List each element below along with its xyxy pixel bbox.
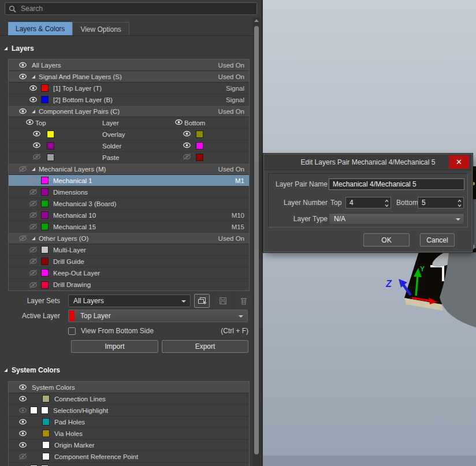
color-swatch[interactable]	[41, 246, 49, 253]
visibility-toggle[interactable]	[28, 223, 38, 230]
visibility-toggle[interactable]	[28, 247, 38, 253]
color-swatch[interactable]	[42, 430, 50, 437]
layer-row[interactable]: [2] Bottom Layer (B)Signal	[9, 94, 249, 106]
color-swatch[interactable]	[41, 407, 49, 414]
view-from-bottom-checkbox[interactable]	[68, 327, 76, 335]
layer-row[interactable]: Component Reference Point	[9, 451, 249, 463]
bottom-layer-number-stepper[interactable]: 5	[418, 197, 464, 208]
visibility-toggle[interactable]	[174, 119, 183, 125]
layer-pair-row[interactable]: Solder	[9, 140, 249, 152]
visibility-toggle[interactable]	[18, 407, 27, 413]
color-swatch[interactable]	[41, 200, 49, 207]
import-button[interactable]: Import	[71, 340, 158, 353]
visibility-toggle[interactable]	[28, 258, 38, 264]
layer-category-row[interactable]: System Colors	[9, 382, 249, 393]
tab-view-options[interactable]: View Options	[72, 22, 129, 36]
save-layer-set-button[interactable]	[215, 294, 230, 308]
layer-row[interactable]: [1] Top Layer (T)Signal	[9, 83, 249, 94]
color-swatch[interactable]	[47, 142, 54, 150]
visibility-toggle[interactable]	[18, 396, 27, 402]
visibility-toggle[interactable]	[18, 166, 27, 172]
color-swatch[interactable]	[41, 177, 49, 184]
layer-row[interactable]: Selection/Highlight	[9, 405, 249, 416]
layer-row[interactable]: Keep-Out Layer	[9, 267, 249, 279]
layer-sets-dropdown[interactable]: All Layers	[68, 294, 191, 307]
layer-group-row[interactable]: Signal And Plane Layers (S)Used On	[9, 71, 249, 83]
layer-row[interactable]: Mechanical 15M15	[9, 221, 249, 233]
visibility-toggle[interactable]	[28, 282, 38, 288]
visibility-toggle[interactable]	[28, 85, 38, 91]
dialog-title-bar[interactable]: Edit Layers Pair Mechanical 4/Mechanical…	[264, 154, 472, 170]
visibility-toggle[interactable]	[18, 108, 27, 114]
layer-row[interactable]: Mechanical 3 (Board)	[9, 198, 249, 210]
color-swatch[interactable]	[41, 211, 49, 219]
color-swatch[interactable]	[30, 407, 38, 414]
color-swatch[interactable]	[47, 131, 54, 138]
visibility-toggle[interactable]	[32, 131, 41, 137]
color-swatch[interactable]	[47, 154, 54, 161]
layer-row[interactable]: Via Holes	[9, 428, 249, 439]
pair-header-row[interactable]: TopLayerBottom	[9, 117, 249, 129]
visibility-toggle[interactable]	[32, 154, 41, 160]
visibility-toggle[interactable]	[18, 419, 27, 425]
visibility-toggle[interactable]	[18, 235, 27, 241]
visibility-toggle[interactable]	[28, 189, 38, 195]
top-layer-number-stepper[interactable]: 4	[345, 197, 391, 208]
color-swatch[interactable]	[41, 281, 49, 289]
layer-type-dropdown[interactable]: N/A	[329, 213, 464, 225]
scrollbar-thumb[interactable]	[254, 26, 259, 454]
visibility-toggle[interactable]	[182, 131, 191, 137]
visibility-toggle[interactable]	[18, 62, 27, 68]
color-swatch[interactable]	[41, 269, 49, 277]
expand-caret-icon[interactable]	[31, 236, 36, 241]
new-layer-set-button[interactable]	[194, 294, 210, 308]
layer-pair-row[interactable]: Paste	[9, 152, 249, 163]
color-swatch[interactable]	[196, 154, 203, 161]
color-swatch[interactable]	[42, 441, 50, 449]
layer-pair-row[interactable]: Overlay	[9, 129, 249, 140]
layer-row[interactable]: Drill Guide	[9, 256, 249, 267]
layer-row[interactable]: Mechanical 1M1	[9, 175, 249, 187]
color-swatch[interactable]	[196, 142, 203, 150]
visibility-toggle[interactable]	[32, 142, 41, 148]
color-swatch[interactable]	[41, 96, 49, 103]
visibility-toggle[interactable]	[28, 96, 38, 103]
layer-row[interactable]: Multi-Layer	[9, 244, 249, 256]
layer-row[interactable]	[9, 463, 249, 466]
color-swatch[interactable]	[42, 418, 50, 426]
visibility-toggle[interactable]	[18, 430, 27, 437]
tab-layers-and-colors[interactable]: Layers & Colors	[8, 22, 72, 36]
expand-caret-icon[interactable]	[31, 109, 36, 114]
search-input[interactable]	[20, 4, 253, 13]
color-swatch[interactable]	[42, 395, 50, 402]
layer-row[interactable]: Drill Drawing	[9, 279, 249, 290]
layer-row[interactable]: Pad Holes	[9, 416, 249, 428]
scroll-up-arrow-icon[interactable]	[254, 19, 259, 22]
layer-row[interactable]: Origin Marker	[9, 439, 249, 451]
system-colors-section-header[interactable]: System Colors	[3, 366, 60, 374]
visibility-toggle[interactable]	[182, 154, 191, 160]
search-bar[interactable]	[5, 2, 257, 15]
visibility-toggle[interactable]	[28, 177, 38, 184]
visibility-toggle[interactable]	[28, 200, 38, 207]
layers-section-header[interactable]: Layers	[3, 44, 34, 53]
visibility-toggle[interactable]	[25, 119, 34, 125]
layer-group-row[interactable]: Component Layer Pairs (C)Used On	[9, 106, 249, 117]
expand-caret-icon[interactable]	[31, 74, 36, 79]
visibility-toggle[interactable]	[18, 442, 27, 448]
close-button[interactable]: ✕	[449, 155, 469, 169]
visibility-toggle[interactable]	[18, 453, 27, 460]
panel-scrollbar[interactable]	[252, 17, 261, 466]
visibility-toggle[interactable]	[28, 270, 38, 276]
layer-row[interactable]: Mechanical 10M10	[9, 210, 249, 221]
visibility-toggle[interactable]	[182, 142, 191, 148]
color-swatch[interactable]	[41, 84, 49, 92]
color-swatch[interactable]	[42, 453, 50, 460]
visibility-toggle[interactable]	[18, 73, 27, 80]
color-swatch[interactable]	[41, 258, 49, 265]
color-swatch[interactable]	[41, 188, 49, 196]
layer-category-row[interactable]: All LayersUsed On	[9, 59, 249, 71]
ok-button[interactable]: OK	[363, 233, 410, 247]
layer-row[interactable]: Connection Lines	[9, 393, 249, 405]
cancel-button[interactable]: Cancel	[420, 233, 455, 247]
